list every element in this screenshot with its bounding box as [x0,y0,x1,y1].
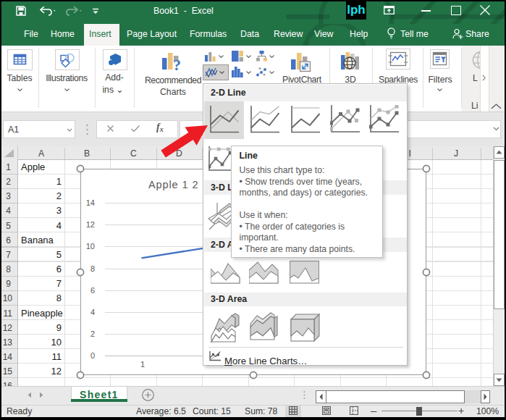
svg-text:?: ? [173,56,181,74]
